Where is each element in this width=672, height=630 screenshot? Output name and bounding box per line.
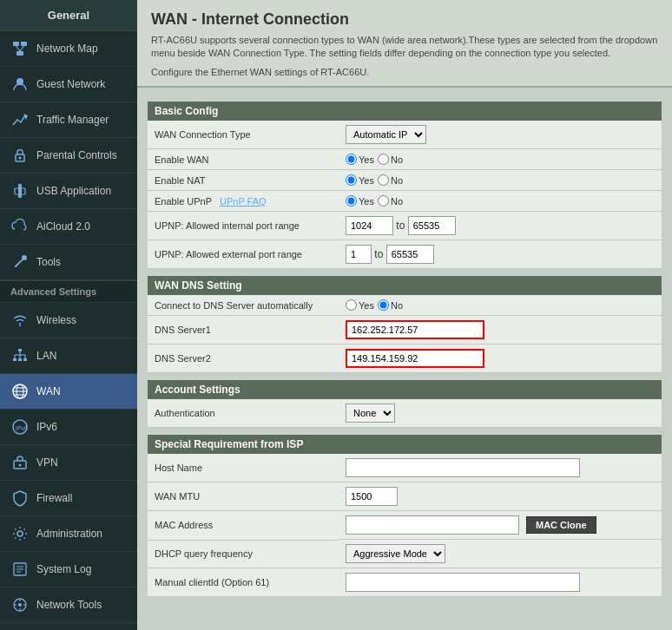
svg-rect-15 <box>23 358 27 361</box>
manual-clientid-cell <box>339 568 662 597</box>
sidebar-item-parental-controls[interactable]: Parental Controls <box>0 138 137 174</box>
sidebar-item-administration[interactable]: Administration <box>0 516 137 552</box>
upnp-external-range: to <box>339 240 662 269</box>
svg-point-11 <box>19 325 21 326</box>
table-row: Manual clientId (Option 61) <box>148 568 662 597</box>
enable-wan-no[interactable]: No <box>378 154 403 165</box>
sidebar: General Network Map Guest Network Traffi… <box>0 0 137 630</box>
sidebar-item-label: Wireless <box>36 314 76 326</box>
dns1-input[interactable] <box>346 320 484 339</box>
svg-rect-13 <box>13 358 16 361</box>
upnp-internal-from-input[interactable] <box>346 216 393 235</box>
wan-connection-type-label: WAN Connection Type <box>148 121 339 149</box>
dns1-cell <box>339 316 662 345</box>
enable-upnp-yes[interactable]: Yes <box>346 195 374 207</box>
wan-dns-header: WAN DNS Setting <box>148 276 662 295</box>
svg-point-36 <box>18 603 22 607</box>
firewall-icon <box>10 489 30 508</box>
radio-group: Yes No <box>346 299 655 311</box>
sidebar-item-network-tools[interactable]: Network Tools <box>0 587 137 623</box>
dhcp-freq-label: DHCP query frequency <box>148 540 339 568</box>
svg-rect-1 <box>21 42 27 46</box>
manual-clientid-input[interactable] <box>346 573 580 592</box>
radio-group: Yes No <box>346 154 655 165</box>
sidebar-item-network-map[interactable]: Network Map <box>0 31 137 67</box>
sidebar-item-vpn[interactable]: VPN <box>0 445 137 481</box>
wireless-icon <box>10 311 30 330</box>
sidebar-item-label: Parental Controls <box>36 149 117 161</box>
connect-dns-no[interactable]: No <box>378 299 403 311</box>
special-isp-header: Special Requirement from ISP <box>148 435 662 454</box>
enable-wan-label: Enable WAN <box>148 149 339 170</box>
table-row: Enable WAN Yes No <box>148 149 662 170</box>
description-text: RT-AC66U supports several connection typ… <box>151 34 658 61</box>
svg-point-8 <box>19 157 22 160</box>
connect-dns-yes[interactable]: Yes <box>346 299 374 311</box>
sidebar-item-wireless[interactable]: Wireless <box>0 303 137 338</box>
hostname-input[interactable] <box>346 458 580 477</box>
sidebar-item-guest-network[interactable]: Guest Network <box>0 67 137 102</box>
hostname-cell <box>339 454 662 482</box>
parental-icon <box>10 146 30 165</box>
svg-rect-9 <box>18 184 22 198</box>
enable-upnp-no[interactable]: No <box>378 195 403 207</box>
manual-clientid-label: Manual clientId (Option 61) <box>148 568 339 597</box>
enable-nat-no[interactable]: No <box>378 174 403 186</box>
basic-config-table: WAN Connection Type Automatic IP Enable … <box>148 121 662 269</box>
svg-point-29 <box>19 464 22 467</box>
mac-clone-button[interactable]: MAC Clone <box>526 516 596 534</box>
enable-wan-yes[interactable]: Yes <box>346 154 374 165</box>
auth-label: Authentication <box>148 399 339 428</box>
wan-connection-type-select[interactable]: Automatic IP <box>346 125 426 144</box>
sidebar-item-usb-application[interactable]: USB Application <box>0 174 137 209</box>
basic-config-header: Basic Config <box>148 102 662 121</box>
table-row: Enable NAT Yes No <box>148 170 662 191</box>
mac-cell: MAC Clone <box>339 511 662 540</box>
wan-mtu-input[interactable] <box>346 487 398 506</box>
upnp-external-from-input[interactable] <box>346 245 372 264</box>
sidebar-item-tools[interactable]: Tools <box>0 245 137 280</box>
svg-text:IPv6: IPv6 <box>16 425 28 431</box>
upnp-faq-link[interactable]: UPnP FAQ <box>220 196 267 207</box>
sidebar-item-firewall[interactable]: Firewall <box>0 481 137 516</box>
configure-text: Configure the Ethernet WAN settings of R… <box>151 66 658 79</box>
sidebar-item-aicloud[interactable]: AiCloud 2.0 <box>0 209 137 245</box>
sidebar-item-label: VPN <box>36 456 58 469</box>
upnp-external-label: UPNP: Allowed external port range <box>148 240 339 269</box>
upnp-external-to-input[interactable] <box>386 245 434 264</box>
wan-connection-type-value: Automatic IP <box>339 121 662 149</box>
enable-upnp-radios: Yes No <box>339 191 662 212</box>
advanced-settings-header: Advanced Settings <box>0 280 137 303</box>
sidebar-item-system-log[interactable]: System Log <box>0 552 137 587</box>
table-row: Enable UPnP UPnP FAQ Yes No <box>148 191 662 212</box>
sidebar-item-label: AiCloud 2.0 <box>36 220 90 233</box>
settings-content: Basic Config WAN Connection Type Automat… <box>137 88 672 604</box>
svg-rect-0 <box>13 42 19 46</box>
svg-point-30 <box>17 531 23 536</box>
table-row: Connect to DNS Server automatically Yes … <box>148 295 662 316</box>
guest-icon <box>10 75 30 94</box>
dhcp-freq-select[interactable]: Aggressive Mode <box>346 544 445 563</box>
mac-input[interactable] <box>346 515 519 535</box>
sidebar-item-lan[interactable]: LAN <box>0 338 137 374</box>
sidebar-item-ipv6[interactable]: IPv6 IPv6 <box>0 410 137 445</box>
radio-group: Yes No <box>346 195 655 207</box>
sidebar-item-label: Tools <box>36 256 61 268</box>
sidebar-item-wan[interactable]: WAN <box>0 374 137 410</box>
sidebar-item-label: Traffic Manager <box>36 114 109 126</box>
syslog-icon <box>10 560 30 579</box>
dhcp-freq-cell: Aggressive Mode <box>339 540 662 568</box>
table-row: Authentication None <box>148 399 662 428</box>
account-settings-table: Authentication None <box>148 399 662 428</box>
admin-icon <box>10 524 30 543</box>
upnp-internal-to-input[interactable] <box>408 216 456 235</box>
connect-dns-label: Connect to DNS Server automatically <box>148 295 339 316</box>
auth-select[interactable]: None <box>346 404 395 423</box>
enable-nat-radios: Yes No <box>339 170 662 191</box>
sidebar-item-traffic-manager[interactable]: Traffic Manager <box>0 102 137 138</box>
svg-rect-2 <box>16 51 23 56</box>
enable-nat-yes[interactable]: Yes <box>346 174 374 186</box>
enable-wan-radios: Yes No <box>339 149 662 170</box>
dns2-input[interactable] <box>346 349 484 368</box>
ipv6-icon: IPv6 <box>10 417 30 436</box>
